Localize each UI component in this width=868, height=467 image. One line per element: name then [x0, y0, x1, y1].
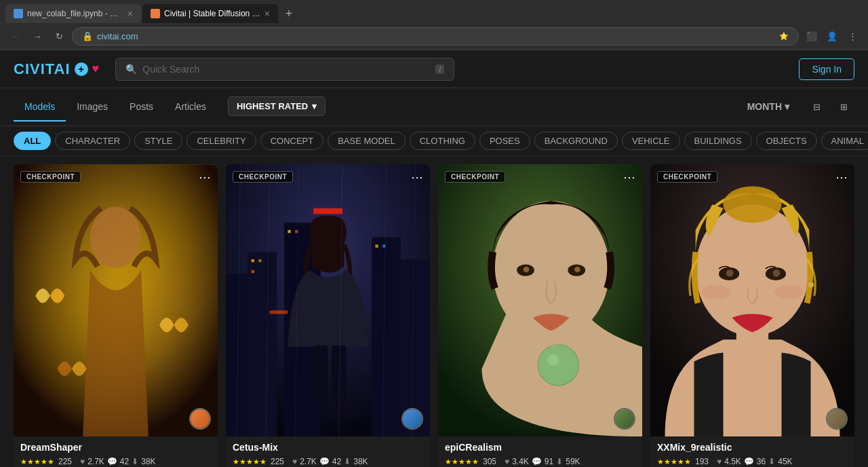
filter-chip-celebrity[interactable]: CELEBRITY: [186, 132, 256, 150]
svg-point-1: [90, 207, 141, 268]
filter-chip-character[interactable]: CHARACTER: [55, 132, 130, 150]
filter-chip-base-model[interactable]: BASE MODEL: [328, 132, 406, 150]
more-button[interactable]: ⋮: [844, 28, 861, 45]
new-tab-button[interactable]: +: [279, 4, 298, 23]
filter-chip-objects[interactable]: OBJECTS: [756, 132, 817, 150]
svg-rect-6: [372, 238, 401, 436]
comment-icon-cetusmix: 💬: [319, 457, 330, 466]
svg-point-43: [701, 285, 730, 300]
filter-chip-clothing[interactable]: CLOTHING: [410, 132, 475, 150]
model-card-xxmix[interactable]: CHECKPOINT ⋯ XXMix_9realistic ★★★★★ 193 …: [650, 164, 854, 467]
content-area: CHECKPOINT ⋯ DreamShaper ★★★★★ 225 ♥ 2.7…: [0, 156, 868, 467]
nav-link-images[interactable]: Images: [66, 93, 119, 122]
nav-link-posts[interactable]: Posts: [119, 93, 164, 122]
comments-xxmix: 36: [757, 457, 766, 466]
browser-chrome: new_colab_file.ipynb - Collabora... × Ci…: [0, 0, 868, 50]
back-button[interactable]: ←: [7, 28, 24, 45]
grid-button[interactable]: ⊞: [833, 96, 854, 118]
svg-point-32: [538, 345, 578, 386]
card-title-xxmix: XXMix_9realistic: [657, 442, 848, 453]
svg-rect-15: [313, 208, 342, 214]
likes-cetusmix: 2.7K: [300, 457, 317, 466]
svg-point-31: [574, 267, 580, 273]
model-image-cetusmix: [226, 164, 430, 436]
address-bar[interactable]: 🔒 civitai.com ⭐: [72, 27, 799, 45]
tab-close-civitai[interactable]: ×: [264, 8, 270, 19]
filter-chip-buildings[interactable]: BUILDINGS: [684, 132, 752, 150]
search-icon: 🔍: [125, 64, 137, 75]
profile-button[interactable]: 👤: [823, 28, 841, 45]
address-text: civitai.com: [97, 31, 775, 41]
toolbar-actions: ⬛ 👤 ⋮: [803, 28, 861, 45]
model-card-epicrealism[interactable]: CHECKPOINT ⋯ epiCRealism ★★★★★ 305 ♥ 3.4…: [438, 164, 642, 467]
refresh-button[interactable]: ↻: [50, 28, 68, 45]
card-image-dreamshaper: CHECKPOINT ⋯: [14, 164, 218, 436]
filter-button[interactable]: ⊟: [806, 96, 827, 118]
download-icon-dreamshaper: ⬇: [132, 457, 138, 466]
logo-plus-button[interactable]: +: [75, 62, 88, 76]
card-stats-epicrealism: ★★★★★ 305 ♥ 3.4K 💬 91 ⬇ 59K: [445, 457, 635, 466]
tab-colab[interactable]: new_colab_file.ipynb - Collabora... ×: [5, 4, 141, 23]
tab-close-colab[interactable]: ×: [127, 8, 133, 19]
svg-rect-13: [375, 244, 378, 247]
heart-icon-xxmix: ♥: [717, 457, 722, 466]
comment-icon-dreamshaper: 💬: [107, 457, 117, 466]
header-right: Sign In: [799, 58, 854, 80]
card-title-cetusmix: Cetus-Mix: [233, 442, 423, 453]
svg-point-41: [773, 269, 781, 277]
tab-civitai[interactable]: Civitai | Stable Diffusion models... ×: [142, 4, 278, 23]
svg-rect-12: [295, 230, 298, 233]
filter-label-objects: OBJECTS: [766, 136, 807, 146]
filter-chip-background[interactable]: BACKGROUND: [534, 132, 618, 150]
signin-button[interactable]: Sign In: [799, 58, 854, 80]
logo[interactable]: CIVITAI + ♥: [14, 60, 99, 78]
model-card-cetusmix[interactable]: CHECKPOINT ⋯ Cetus-Mix ★★★★★ 225 ♥ 2.7K …: [226, 164, 430, 467]
filter-label-base-model: BASE MODEL: [338, 136, 395, 146]
tab-favicon-civitai: [151, 9, 160, 18]
filter-chip-poses[interactable]: POSES: [479, 132, 530, 150]
avatar-image-xxmix: [827, 409, 846, 428]
downloads-epicrealism: 59K: [566, 457, 580, 466]
period-dropdown[interactable]: MONTH ▾: [736, 93, 800, 122]
card-stats-xxmix: ★★★★★ 193 ♥ 4.5K 💬 36 ⬇ 45K: [657, 457, 848, 466]
nav-link-models[interactable]: Models: [14, 93, 66, 122]
filter-chip-animal[interactable]: ANIMAL: [821, 132, 868, 150]
filter-bar: ALL CHARACTER STYLE CELEBRITY CONCEPT BA…: [0, 126, 868, 156]
likes-xxmix: 4.5K: [724, 457, 741, 466]
filter-chip-all[interactable]: ALL: [14, 132, 51, 150]
model-card-dreamshaper[interactable]: CHECKPOINT ⋯ DreamShaper ★★★★★ 225 ♥ 2.7…: [14, 164, 218, 467]
svg-rect-4: [248, 252, 277, 436]
svg-point-37: [724, 186, 782, 223]
filter-chip-vehicle[interactable]: VEHICLE: [622, 132, 680, 150]
sort-dropdown-container: HIGHEST RATED ▾: [217, 88, 326, 126]
avatar-image-epicrealism: [615, 409, 634, 428]
filter-chip-style[interactable]: STYLE: [134, 132, 182, 150]
card-menu-xxmix[interactable]: ⋯: [835, 171, 848, 183]
nav-label-articles: Articles: [175, 101, 206, 112]
svg-rect-9: [258, 259, 261, 262]
card-stats-cetusmix: ★★★★★ 225 ♥ 2.7K 💬 42 ⬇ 38K: [233, 457, 423, 466]
app-header: CIVITAI + ♥ 🔍 Quick Search / Sign In: [0, 50, 868, 88]
model-image-epicrealism: [438, 164, 642, 436]
sort-dropdown[interactable]: HIGHEST RATED ▾: [228, 96, 326, 116]
filter-icon: ⊟: [813, 102, 821, 112]
rating-count-cetusmix: 225: [271, 457, 284, 466]
address-search-icon: 🔒: [82, 31, 93, 41]
card-badge-epicrealism: CHECKPOINT: [445, 171, 505, 183]
extensions-button[interactable]: ⬛: [803, 28, 821, 45]
svg-rect-10: [252, 270, 254, 273]
forward-button[interactable]: →: [28, 28, 46, 45]
card-menu-dreamshaper[interactable]: ⋯: [199, 171, 211, 183]
refresh-icon: ↻: [56, 31, 63, 41]
filter-chip-concept[interactable]: CONCEPT: [260, 132, 324, 150]
sort-label: HIGHEST RATED: [237, 101, 308, 111]
card-menu-epicrealism[interactable]: ⋯: [623, 171, 635, 183]
nav-actions: MONTH ▾ ⊟ ⊞: [736, 93, 854, 122]
browser-toolbar: ← → ↻ 🔒 civitai.com ⭐ ⬛ 👤 ⋮: [0, 23, 868, 50]
back-icon: ←: [12, 31, 20, 41]
search-bar[interactable]: 🔍 Quick Search /: [115, 58, 454, 81]
card-menu-cetusmix[interactable]: ⋯: [411, 171, 423, 183]
logo-heart-icon: ♥: [92, 62, 100, 76]
comments-cetusmix: 42: [332, 457, 341, 466]
nav-link-articles[interactable]: Articles: [164, 93, 217, 122]
